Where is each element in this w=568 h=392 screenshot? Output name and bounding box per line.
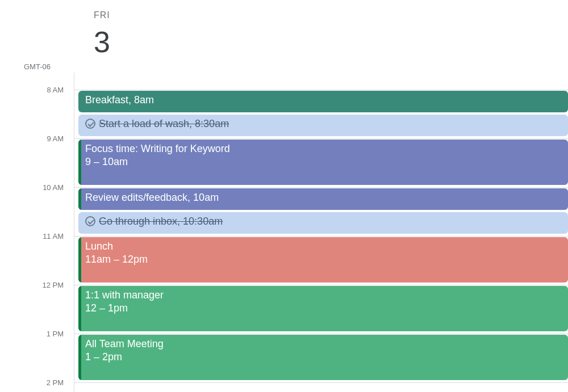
event-title: Start a load of wash, 8:30am: [99, 118, 229, 129]
event-time: , 8am: [128, 94, 154, 106]
event-title: Review edits/feedback: [85, 192, 187, 203]
hour-label: 12 PM: [0, 281, 64, 289]
hour-label: 10 AM: [0, 183, 64, 192]
event-accent: [78, 335, 81, 380]
event-time: 12 – 1pm: [85, 302, 561, 314]
event-breakfast[interactable]: Breakfast, 8am: [78, 91, 568, 112]
event-title: Breakfast: [85, 94, 128, 106]
event-title: 1:1 with manager: [85, 289, 164, 301]
event-team-meeting[interactable]: All Team Meeting 1 – 2pm: [78, 335, 568, 380]
hour-line: [74, 138, 568, 139]
event-review[interactable]: Review edits/feedback, 10am: [78, 188, 568, 210]
calendar-grid: 8 AM 9 AM 10 AM 11 AM 12 PM 1 PM 2 PM Br…: [0, 73, 568, 392]
hour-line: [74, 382, 568, 383]
day-name: FRI: [94, 10, 110, 20]
event-accent: [78, 237, 81, 283]
day-number: 3: [94, 25, 110, 59]
hour-label: 2 PM: [0, 378, 64, 387]
day-separator: [74, 73, 74, 392]
event-title: Lunch: [85, 241, 113, 252]
event-time: 11am – 12pm: [85, 254, 561, 265]
event-time: 9 – 10am: [85, 156, 561, 168]
check-circle-icon: [85, 119, 95, 129]
hour-label: 1 PM: [0, 330, 64, 338]
event-time: 1 – 2pm: [85, 351, 561, 363]
hour-line: [74, 285, 568, 285]
hour-line: [74, 187, 568, 188]
event-time: , 10am: [187, 192, 219, 203]
event-focus-time[interactable]: Focus time: Writing for Keyword 9 – 10am: [78, 140, 568, 185]
event-accent: [78, 188, 81, 210]
timezone-label: GMT-06: [24, 62, 51, 71]
hour-label: 8 AM: [0, 86, 64, 94]
event-title: All Team Meeting: [85, 338, 164, 349]
hour-label: 9 AM: [0, 134, 64, 143]
event-manager-1on1[interactable]: 1:1 with manager 12 – 1pm: [78, 286, 568, 331]
event-wash-task[interactable]: Start a load of wash, 8:30am: [78, 115, 568, 136]
hour-label: 11 AM: [0, 232, 64, 241]
hour-line: [74, 334, 568, 334]
event-inbox-task[interactable]: Go through inbox, 10:30am: [78, 212, 568, 234]
event-title: Focus time: Writing for Keyword: [85, 143, 230, 154]
hour-line: [74, 90, 568, 90]
event-title: Go through inbox, 10:30am: [99, 216, 223, 227]
day-header[interactable]: FRI 3: [94, 10, 110, 59]
event-accent: [78, 286, 81, 331]
check-circle-icon: [85, 216, 95, 226]
hour-line: [74, 236, 568, 237]
event-lunch[interactable]: Lunch 11am – 12pm: [78, 237, 568, 283]
event-accent: [78, 140, 81, 185]
